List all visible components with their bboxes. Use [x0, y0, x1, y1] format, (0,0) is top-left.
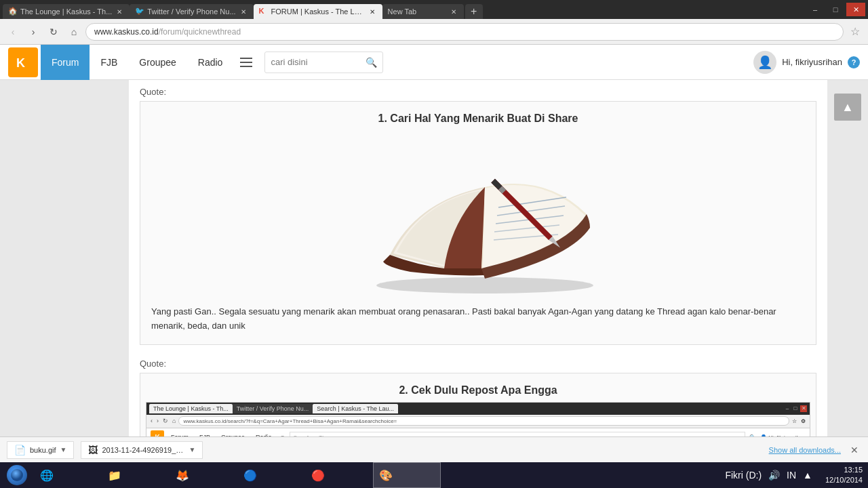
- navigation-bar: ‹ › ↻ ⌂ www.kaskus.co.id /forum/quicknew…: [0, 19, 868, 45]
- scroll-to-top-button[interactable]: ▲: [834, 94, 861, 121]
- maximize-button[interactable]: □: [826, 3, 845, 16]
- browser-tab-4[interactable]: New Tab ✕: [382, 4, 464, 19]
- browser-tab-1[interactable]: 🏠 The Lounge | Kaskus - Th... ✕: [3, 4, 130, 19]
- help-button[interactable]: ?: [848, 56, 860, 68]
- tab-favicon-1: 🏠: [8, 7, 18, 16]
- nav-forum[interactable]: Forum: [41, 45, 90, 80]
- inner-forward: ›: [155, 418, 160, 424]
- tab-close-2[interactable]: ✕: [239, 7, 248, 16]
- home-button[interactable]: ⌂: [65, 23, 83, 41]
- taskbar-app6-button[interactable]: 🎨: [373, 462, 441, 488]
- taskbar-app4-button[interactable]: 🔵: [237, 462, 305, 488]
- nav-radio[interactable]: Radio: [187, 45, 234, 80]
- inner-tab-1: The Lounge | Kaskus - Th...: [149, 404, 233, 413]
- downloads-bar-close[interactable]: ✕: [848, 445, 861, 455]
- taskbar-app3-button[interactable]: 🦊: [170, 462, 237, 488]
- inner-close: ✕: [800, 405, 807, 412]
- app5-icon: 🔴: [311, 468, 325, 482]
- up-arrow-icon[interactable]: ▲: [801, 470, 814, 481]
- downloads-bar: 📄 buku.gif ▼ 🖼 2013-11-24-4926919_....jp…: [0, 436, 868, 462]
- network-icon[interactable]: IN: [785, 470, 798, 481]
- download-dropdown-arrow-1[interactable]: ▼: [60, 446, 67, 453]
- address-path: /forum/quicknewthread: [159, 27, 241, 37]
- inner-tab-3: Search | Kaskus - The Lau...: [313, 404, 398, 413]
- main-content: Quote: 1. Cari Hal Yang Menarik Buat Di …: [0, 80, 868, 462]
- tab-favicon-3: K: [259, 7, 269, 16]
- quote-label-1: Quote:: [140, 87, 816, 97]
- kaskus-logo[interactable]: K: [8, 47, 38, 77]
- explorer-icon: 📁: [108, 468, 121, 482]
- user-area: 👤 Hi, fikriyusrihan ?: [753, 51, 860, 74]
- inner-nav-bar: ‹ › ↻ ⌂ www.kaskus.co.id/search/?f=&q=Ca…: [146, 415, 810, 428]
- inner-back: ‹: [149, 418, 154, 424]
- site-header: K Forum FJB Groupee Radio 🔍 👤 Hi, fikriy…: [0, 45, 868, 80]
- start-button[interactable]: [0, 462, 34, 488]
- speaker-icon[interactable]: 🔊: [766, 470, 782, 481]
- reload-button[interactable]: ↻: [45, 23, 62, 41]
- minimize-button[interactable]: –: [806, 3, 825, 16]
- close-button[interactable]: ✕: [846, 3, 865, 16]
- inner-maximize: □: [792, 405, 799, 412]
- back-button[interactable]: ‹: [4, 23, 22, 41]
- search-input[interactable]: [271, 57, 366, 67]
- user-avatar[interactable]: 👤: [753, 51, 776, 74]
- taskbar-ie-button[interactable]: 🌐: [34, 462, 102, 488]
- browser-tab-2[interactable]: 🐦 Twitter / Verify Phone Nu... ✕: [130, 4, 253, 19]
- nav-groupee[interactable]: Groupee: [128, 45, 186, 80]
- tab-close-4[interactable]: ✕: [449, 7, 458, 16]
- download-filename-2: 2013-11-24-4926919_....jpg: [102, 446, 184, 454]
- svg-rect-4: [240, 66, 252, 67]
- user-greeting: Hi, fikriyusrihan: [782, 57, 842, 67]
- search-container[interactable]: 🔍: [264, 52, 383, 73]
- new-tab-button[interactable]: +: [465, 4, 483, 19]
- inner-reload: ↻: [161, 418, 170, 424]
- forward-button[interactable]: ›: [24, 23, 42, 41]
- download-item-2[interactable]: 🖼 2013-11-24-4926919_....jpg ▼: [81, 441, 203, 459]
- app6-icon: 🎨: [379, 468, 393, 482]
- window-controls: – □ ✕: [806, 3, 865, 16]
- quote-title-2: 2. Cek Dulu Repost Apa Engga: [140, 373, 816, 402]
- tabs-container: 🏠 The Lounge | Kaskus - Th... ✕ 🐦 Twitte…: [3, 0, 806, 19]
- ie-icon: 🌐: [40, 468, 54, 482]
- book-illustration: [349, 133, 607, 296]
- inner-window-controls: – □ ✕: [784, 405, 807, 412]
- tab-title-2: Twitter / Verify Phone Nu...: [147, 7, 235, 16]
- tab-title-1: The Lounge | Kaskus - Th...: [20, 7, 112, 16]
- inner-address-bar: www.kaskus.co.id/search/?f=&q=Cara+Agar+…: [178, 416, 789, 426]
- show-all-downloads-link[interactable]: Show all downloads...: [769, 446, 841, 454]
- bookmark-button[interactable]: ☆: [846, 23, 864, 41]
- quote-title-1: 1. Cari Hal Yang Menarik Buat Di Share: [151, 113, 805, 125]
- start-orb: [7, 465, 27, 485]
- svg-rect-3: [240, 62, 252, 63]
- taskbar: 🌐 📁 🦊 🔵 🔴 🎨 Fikri (D:) 🔊 IN ▲ 13:15 12/1…: [0, 462, 868, 488]
- system-tray: Fikri (D:) 🔊 IN ▲: [717, 462, 820, 488]
- nav-fjb[interactable]: FJB: [90, 45, 128, 80]
- quote-block-1: 1. Cari Hal Yang Menarik Buat Di Share: [140, 101, 816, 345]
- left-sidebar: [0, 80, 129, 462]
- inner-title-bar: The Lounge | Kaskus - Th... Twitter / Ve…: [146, 403, 810, 415]
- quote-body-text-1: Yang pasti Gan.. Segala sesuatu yang men…: [151, 305, 805, 333]
- taskbar-clock: 13:15 12/10/2014: [820, 465, 868, 486]
- tab-close-1[interactable]: ✕: [115, 7, 124, 16]
- app4-icon: 🔵: [243, 468, 257, 482]
- user-label: Fikri (D:): [723, 470, 764, 481]
- browser-tab-3[interactable]: K FORUM | Kaskus - The La... ✕: [254, 4, 382, 19]
- tab-close-3[interactable]: ✕: [368, 7, 377, 16]
- taskbar-explorer-button[interactable]: 📁: [102, 462, 170, 488]
- download-file-icon-1: 📄: [14, 445, 26, 455]
- download-dropdown-arrow-2[interactable]: ▼: [189, 446, 196, 453]
- download-item-1[interactable]: 📄 buku.gif ▼: [7, 441, 74, 459]
- svg-text:K: K: [16, 56, 25, 70]
- tab-title-3: FORUM | Kaskus - The La...: [271, 7, 365, 16]
- inner-star: ☆: [791, 418, 798, 424]
- download-filename-1: buku.gif: [30, 446, 56, 454]
- taskbar-app5-button[interactable]: 🔴: [305, 462, 373, 488]
- inner-minimize: –: [784, 405, 791, 412]
- inner-tab-2: Twitter / Verify Phone Nu...: [233, 404, 313, 413]
- address-bar[interactable]: www.kaskus.co.id /forum/quicknewthread: [85, 23, 844, 41]
- svg-point-5: [376, 277, 593, 293]
- download-file-icon-2: 🖼: [88, 445, 98, 455]
- hamburger-menu[interactable]: [233, 45, 259, 80]
- svg-rect-2: [240, 58, 252, 59]
- search-icon[interactable]: 🔍: [366, 57, 377, 68]
